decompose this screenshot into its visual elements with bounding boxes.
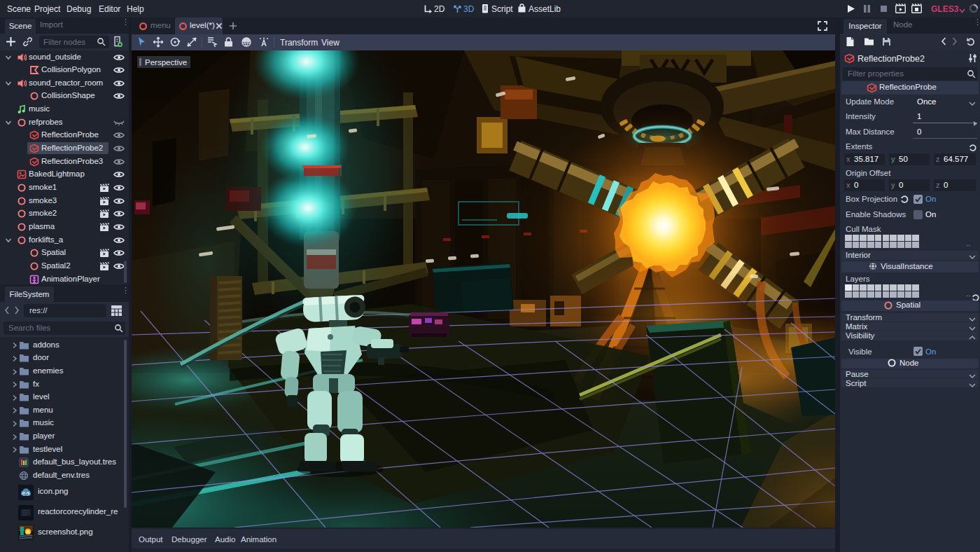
svg-text:Perspective: Perspective <box>145 58 187 67</box>
